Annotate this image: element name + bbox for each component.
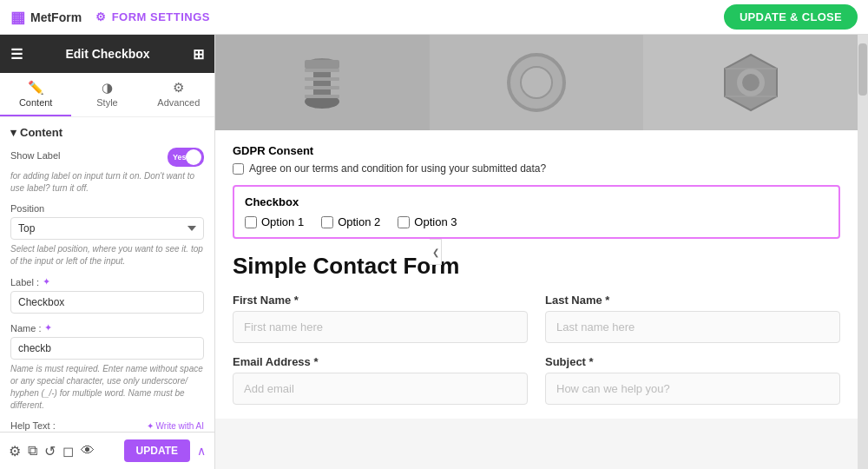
content-tab-label: Content <box>19 97 53 108</box>
product-image-2 <box>430 35 644 130</box>
name-field: Name : ✦ Name is must required. Enter na… <box>10 322 204 412</box>
content-scroll: GDPR Consent Agree on our terms and cond… <box>215 35 868 469</box>
toggle-text: Yes <box>173 153 187 162</box>
subject-field: Subject * How can we help you? <box>545 355 840 405</box>
style-tab-icon: ◑ <box>102 80 113 96</box>
form-preview: GDPR Consent Agree on our terms and cond… <box>215 130 858 419</box>
last-name-label: Last Name * <box>545 294 840 307</box>
sidebar-title: Edit Checkbox <box>65 47 149 61</box>
gdpr-checkbox-row: Agree on our terms and condition for usi… <box>233 162 840 175</box>
main-layout: ☰ Edit Checkbox ⊞ ✏️ Content ◑ Style ⚙ A… <box>0 35 868 469</box>
name-input[interactable] <box>10 337 204 360</box>
sidebar-bottom-toolbar: ⚙ ⧉ ↺ ◻ 👁 UPDATE ∧ <box>0 432 214 469</box>
last-name-input[interactable]: Last name here <box>545 311 840 343</box>
help-text-label: Help Text : ✦ Write with AI <box>10 420 204 431</box>
name-sparkle-icon: ✦ <box>44 322 52 334</box>
sidebar-header: ☰ Edit Checkbox ⊞ <box>0 35 214 73</box>
option1-checkbox[interactable] <box>245 216 257 228</box>
scrollbar-thumb <box>858 43 867 96</box>
svg-rect-3 <box>305 60 339 69</box>
svg-rect-7 <box>305 95 339 98</box>
gdpr-text: Agree on our terms and condition for usi… <box>249 162 546 175</box>
style-tab-label: Style <box>96 97 117 108</box>
chevron-up-icon[interactable]: ∧ <box>197 444 206 458</box>
svg-rect-4 <box>305 69 339 72</box>
product-image-1 <box>215 35 430 130</box>
advanced-tab-label: Advanced <box>157 97 200 108</box>
position-select[interactable]: Top Left Right <box>10 217 204 240</box>
email-label: Email Address * <box>233 355 528 368</box>
tab-advanced[interactable]: ⚙ Advanced <box>143 73 214 116</box>
checkbox-option-3[interactable]: Option 3 <box>398 215 457 228</box>
hamburger-icon[interactable]: ☰ <box>10 46 23 63</box>
content-section-title: ▾ Content <box>10 126 204 139</box>
checkbox-option-1[interactable]: Option 1 <box>245 215 304 228</box>
simple-contact-form-title: Simple Contact Form <box>233 253 840 280</box>
logo: ▦ MetForm <box>10 8 82 27</box>
show-label-hint: for adding label on input turn it on. Do… <box>10 170 204 195</box>
label-field-label: Label : ✦ <box>10 276 204 287</box>
gdpr-checkbox[interactable] <box>233 163 244 175</box>
label-field: Label : ✦ <box>10 276 204 314</box>
option3-checkbox[interactable] <box>398 216 410 228</box>
content-area: ❮ <box>215 35 868 469</box>
form-settings-label: FORM SETTINGS <box>112 10 210 23</box>
write-with-ai-link[interactable]: ✦ Write with AI <box>147 421 204 431</box>
sidebar-content: ▾ Content Show Label Yes for adding labe… <box>0 117 214 432</box>
help-text-field: Help Text : ✦ Write with AI <box>10 420 204 432</box>
tab-style[interactable]: ◑ Style <box>71 73 142 116</box>
position-hint: Select label position, where you want to… <box>10 243 204 268</box>
logo-icon: ▦ <box>10 8 25 27</box>
label-input[interactable] <box>10 291 204 314</box>
layers-icon[interactable]: ⧉ <box>28 443 37 459</box>
form-settings-link[interactable]: ⚙ FORM SETTINGS <box>95 10 210 23</box>
first-name-field: First Name * First name here <box>233 294 528 343</box>
logo-text: MetForm <box>30 10 82 24</box>
grid-icon[interactable]: ⊞ <box>193 46 204 63</box>
name-field-label: Name : ✦ <box>10 322 204 334</box>
position-label: Position <box>10 203 204 214</box>
email-field: Email Address * Add email <box>233 355 528 405</box>
update-close-button[interactable]: UPDATE & CLOSE <box>724 4 858 30</box>
scrollbar[interactable] <box>858 35 868 469</box>
advanced-tab-icon: ⚙ <box>173 80 184 96</box>
product-images <box>215 35 858 130</box>
show-label-toggle[interactable]: Yes <box>168 148 204 167</box>
subject-label: Subject * <box>545 355 840 368</box>
show-label-toggle-row: Show Label Yes <box>10 148 204 167</box>
email-input[interactable]: Add email <box>233 373 528 405</box>
history-icon[interactable]: ↺ <box>44 443 56 459</box>
show-label-field: Show Label Yes for adding label on input… <box>10 148 204 195</box>
option1-label: Option 1 <box>261 215 304 228</box>
option2-checkbox[interactable] <box>321 216 333 228</box>
subject-input[interactable]: How can we help you? <box>545 373 840 405</box>
chevron-left-icon: ❮ <box>432 248 439 257</box>
gdpr-section: GDPR Consent Agree on our terms and cond… <box>233 144 840 175</box>
checkbox-option-2[interactable]: Option 2 <box>321 215 380 228</box>
form-grid: First Name * First name here Last Name *… <box>233 294 840 405</box>
position-field: Position Top Left Right Select label pos… <box>10 203 204 268</box>
section-arrow-icon: ▾ <box>10 126 16 139</box>
last-name-field: Last Name * Last name here <box>545 294 840 343</box>
gear-bottom-icon[interactable]: ⚙ <box>9 443 21 459</box>
option3-label: Option 3 <box>414 215 457 228</box>
first-name-label: First Name * <box>233 294 528 307</box>
checkbox-section: Checkbox Option 1 Option 2 <box>233 185 840 239</box>
gdpr-title: GDPR Consent <box>233 144 840 157</box>
preview-container: GDPR Consent Agree on our terms and cond… <box>215 35 858 419</box>
comment-icon[interactable]: ◻ <box>62 443 74 459</box>
checkbox-section-title: Checkbox <box>245 195 828 208</box>
label-sparkle-icon: ✦ <box>43 276 50 287</box>
collapse-sidebar-button[interactable]: ❮ <box>430 239 442 265</box>
update-button[interactable]: UPDATE <box>124 439 190 462</box>
sidebar: ☰ Edit Checkbox ⊞ ✏️ Content ◑ Style ⚙ A… <box>0 35 215 469</box>
checkbox-options: Option 1 Option 2 Option 3 <box>245 215 828 228</box>
settings-gear-icon: ⚙ <box>95 10 107 23</box>
toggle-knob <box>186 149 201 165</box>
show-label-label: Show Label <box>10 150 61 161</box>
sidebar-tabs: ✏️ Content ◑ Style ⚙ Advanced <box>0 73 214 117</box>
svg-rect-5 <box>305 77 339 81</box>
tab-content[interactable]: ✏️ Content <box>0 73 71 116</box>
first-name-input[interactable]: First name here <box>233 311 528 343</box>
eye-icon[interactable]: 👁 <box>81 443 95 459</box>
